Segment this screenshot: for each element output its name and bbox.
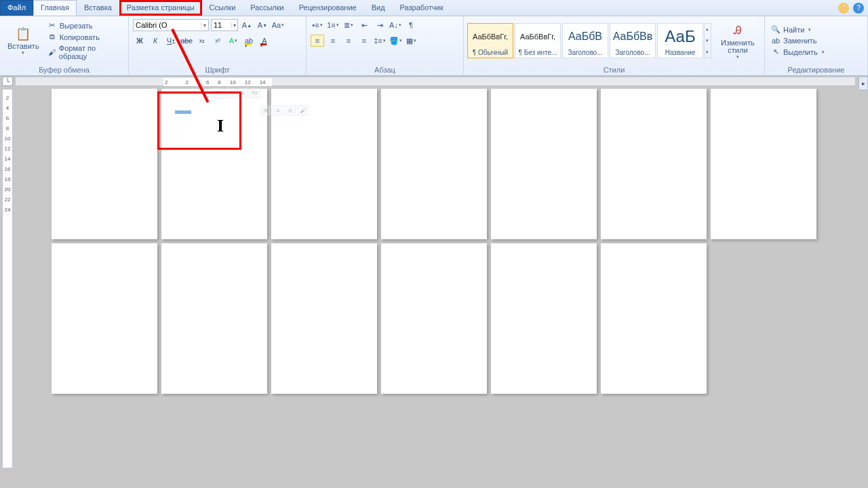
font-color-button[interactable]: A: [258, 35, 271, 47]
numbering-button[interactable]: 1≡: [326, 19, 340, 31]
style-item-3[interactable]: АаБбВвЗаголово...: [610, 23, 656, 58]
change-case-button[interactable]: Aa: [271, 19, 285, 31]
tab-review[interactable]: Рецензирование: [292, 0, 364, 16]
side-panel-toggle[interactable]: ▸: [859, 77, 868, 90]
borders-button[interactable]: ▦: [404, 35, 418, 47]
mini-bold2-icon[interactable]: Ж: [260, 105, 271, 116]
style-name: Заголово...: [616, 49, 650, 58]
font-name-combo[interactable]: ▾: [133, 19, 209, 31]
paste-button[interactable]: 📋 Вставить ▾: [4, 24, 43, 58]
mini-indent-icon[interactable]: ≡: [237, 87, 248, 98]
style-item-0[interactable]: АаБбВвГг,¶ Обычный: [467, 23, 513, 58]
bold-button[interactable]: Ж: [133, 35, 146, 47]
font-name-dropdown[interactable]: ▾: [201, 22, 208, 28]
mini-font-color-icon[interactable]: A: [225, 87, 236, 98]
horizontal-ruler[interactable]: 2268101214: [15, 77, 856, 86]
mini-brush-icon[interactable]: 🖌: [297, 105, 308, 116]
document-page[interactable]: [601, 243, 707, 394]
document-page[interactable]: [491, 243, 597, 394]
change-styles-label: Изменить стили: [717, 39, 758, 54]
line-spacing-button[interactable]: ‡≡: [373, 35, 387, 47]
help-button[interactable]: ?: [853, 3, 864, 14]
paste-icon: 📋: [15, 26, 31, 42]
document-workspace[interactable]: └ 2268101214 24681012141618202224 ▸ Ж A …: [0, 77, 868, 488]
outdent-button[interactable]: ⇤: [357, 19, 371, 31]
styles-more-button[interactable]: ▴▾▾: [704, 23, 711, 58]
document-page[interactable]: [271, 243, 377, 394]
grow-font-button[interactable]: A▲: [240, 19, 254, 31]
pages-area[interactable]: [15, 89, 863, 483]
mini-bold-icon[interactable]: Ж: [213, 87, 224, 98]
mini-toolbar-1[interactable]: Ж A ≡ •≡: [213, 87, 260, 98]
select-label: Выделить: [783, 48, 818, 56]
highlight-color-button[interactable]: ab: [242, 35, 256, 47]
underline-button[interactable]: Ч: [164, 35, 178, 47]
document-page[interactable]: [491, 89, 597, 239]
sort-button[interactable]: A↓: [389, 19, 402, 31]
text-selection: [175, 110, 191, 114]
text-effects-button[interactable]: A: [226, 35, 240, 47]
align-left-button[interactable]: ≡: [311, 35, 324, 47]
document-page[interactable]: [161, 243, 267, 394]
group-label-styles: Стили: [464, 65, 764, 75]
tab-home[interactable]: Главная: [33, 0, 77, 16]
style-name: ¶ Обычный: [473, 49, 508, 58]
tab-developer[interactable]: Разработчик: [393, 0, 451, 16]
document-page[interactable]: [52, 243, 157, 394]
format-painter-label: Формат по образцу: [59, 44, 122, 60]
shading-button[interactable]: 🪣: [389, 35, 402, 47]
tab-insert[interactable]: Вставка: [77, 0, 119, 16]
vruler-tick-labels: 24681012141618202224: [3, 89, 12, 213]
find-label: Найти: [783, 26, 804, 34]
shrink-font-button[interactable]: A▼: [256, 19, 269, 31]
group-label-clipboard: Буфер обмена: [0, 65, 128, 75]
mini-align-icon[interactable]: ≡: [273, 105, 283, 116]
style-item-1[interactable]: АаБбВвГг,¶ Без инте...: [515, 23, 561, 58]
document-page[interactable]: [601, 89, 707, 239]
tab-page-layout[interactable]: Разметка страницы: [119, 0, 202, 16]
copy-button[interactable]: ⧉Копировать: [45, 32, 124, 42]
change-styles-button[interactable]: Ꭿ Изменить стили ▾: [714, 20, 762, 62]
tab-mailings[interactable]: Рассылки: [243, 0, 291, 16]
mini-highlight-icon[interactable]: A: [285, 105, 296, 116]
tab-references[interactable]: Ссылки: [202, 0, 243, 16]
document-page[interactable]: [711, 89, 816, 239]
cut-button[interactable]: ✂Вырезать: [45, 20, 124, 30]
mini-toolbar-2[interactable]: Ж ≡ A 🖌: [260, 105, 308, 116]
superscript-button[interactable]: x²: [211, 35, 224, 47]
bullets-button[interactable]: •≡: [311, 19, 324, 31]
multilevel-button[interactable]: ≣: [342, 19, 355, 31]
tab-stop-selector[interactable]: └: [2, 77, 13, 86]
copy-label: Копировать: [60, 33, 100, 41]
tab-file[interactable]: Файл: [0, 0, 33, 16]
select-button[interactable]: ↖Выделить▾: [769, 47, 827, 57]
font-size-combo[interactable]: ▾: [211, 19, 238, 31]
align-right-button[interactable]: ≡: [342, 35, 355, 47]
replace-button[interactable]: abЗаменить: [769, 36, 827, 45]
indent-button[interactable]: ⇥: [373, 19, 387, 31]
search-icon: 🔍: [771, 25, 781, 34]
font-name-input[interactable]: [134, 21, 201, 29]
strike-button[interactable]: abc: [180, 35, 193, 47]
paste-label: Вставить: [7, 43, 39, 50]
document-page[interactable]: [52, 89, 157, 239]
document-page[interactable]: [381, 243, 487, 394]
style-item-2[interactable]: АаБбВЗаголово...: [562, 23, 608, 58]
align-center-button[interactable]: ≡: [326, 35, 340, 47]
font-size-dropdown[interactable]: ▾: [231, 22, 237, 28]
italic-button[interactable]: К: [149, 35, 162, 47]
format-painter-button[interactable]: 🖌Формат по образцу: [45, 43, 124, 61]
font-size-input[interactable]: [212, 21, 231, 29]
find-button[interactable]: 🔍Найти▾: [769, 24, 827, 35]
styles-gallery[interactable]: АаБбВвГг,¶ ОбычныйАаБбВвГг,¶ Без инте...…: [467, 23, 704, 58]
subscript-button[interactable]: x₂: [195, 35, 209, 47]
show-marks-button[interactable]: ¶: [404, 19, 418, 31]
document-page[interactable]: [381, 89, 487, 239]
style-preview: АаБбВв: [613, 24, 653, 49]
mini-list-icon[interactable]: •≡: [250, 87, 260, 98]
tab-view[interactable]: Вид: [364, 0, 393, 16]
align-justify-button[interactable]: ≡: [357, 35, 371, 47]
style-item-4[interactable]: АаБНазвание: [657, 23, 703, 58]
minimize-ribbon-button[interactable]: ˄: [838, 3, 849, 14]
vertical-ruler[interactable]: 24681012141618202224: [2, 89, 13, 468]
